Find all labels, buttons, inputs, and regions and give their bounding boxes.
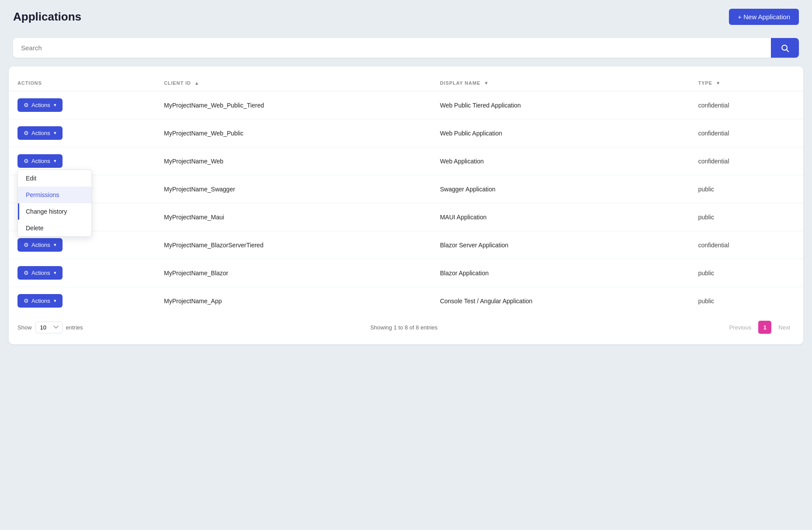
display-name-cell: Web Public Tiered Application [431, 91, 690, 119]
actions-cell: ⚙ Actions ▾ [9, 119, 155, 147]
table-row: ⚙ Actions ▾MyProjectName_Web_Public_Tier… [9, 91, 803, 119]
col-header-display-name[interactable]: DISPLAY NAME ▼ [431, 75, 690, 91]
gear-icon: ⚙ [24, 102, 29, 108]
menu-item-edit[interactable]: Edit [18, 170, 91, 187]
client-id-cell: MyProjectName_Swagger [155, 175, 431, 203]
display-name-cell: Blazor Application [431, 259, 690, 287]
col-header-actions: ACTIONS [9, 75, 155, 91]
gear-icon: ⚙ [24, 298, 29, 304]
dropdown-menu: EditPermissionsChange historyDelete [17, 170, 92, 237]
type-cell: confidential [690, 231, 803, 259]
display-name-cell: Console Test / Angular Application [431, 287, 690, 315]
table-body: ⚙ Actions ▾MyProjectName_Web_Public_Tier… [9, 91, 803, 315]
type-cell: public [690, 175, 803, 203]
actions-cell: ⚙ Actions ▾ [9, 259, 155, 287]
client-id-cell: MyProjectName_Web_Public_Tiered [155, 91, 431, 119]
type-cell: public [690, 287, 803, 315]
table-row: ⚙ Actions ▾EditPermissionsChange history… [9, 147, 803, 175]
table-footer: Show 10 25 50 100 entries Showing 1 to 8… [9, 315, 803, 336]
client-id-cell: MyProjectName_Maui [155, 203, 431, 231]
table-row: ⚙ Actions ▾MyProjectName_SwaggerSwagger … [9, 175, 803, 203]
next-page-button[interactable]: Next [774, 322, 795, 333]
new-application-button[interactable]: + New Application [729, 9, 799, 25]
client-id-cell: MyProjectName_BlazorServerTiered [155, 231, 431, 259]
show-label: Show [17, 324, 32, 331]
display-name-cell: Blazor Server Application [431, 231, 690, 259]
search-bar [13, 38, 799, 58]
client-id-cell: MyProjectName_Web_Public [155, 119, 431, 147]
table-row: ⚙ Actions ▾MyProjectName_BlazorBlazor Ap… [9, 259, 803, 287]
type-cell: confidential [690, 147, 803, 175]
client-id-cell: MyProjectName_Web [155, 147, 431, 175]
menu-item-delete[interactable]: Delete [18, 220, 91, 236]
display-name-cell: Web Public Application [431, 119, 690, 147]
search-button[interactable] [771, 38, 799, 58]
menu-item-change-history[interactable]: Change history [18, 203, 91, 220]
actions-cell: ⚙ Actions ▾ [9, 287, 155, 315]
page-header: Applications + New Application [0, 0, 812, 34]
caret-icon: ▾ [54, 130, 56, 136]
actions-button[interactable]: ⚙ Actions ▾ [17, 266, 63, 280]
actions-button[interactable]: ⚙ Actions ▾ [17, 238, 63, 252]
actions-button[interactable]: ⚙ Actions ▾ [17, 154, 63, 168]
col-header-type[interactable]: TYPE ▼ [690, 75, 803, 91]
entries-label: entries [66, 324, 83, 331]
table-row: ⚙ Actions ▾MyProjectName_AppConsole Test… [9, 287, 803, 315]
gear-icon: ⚙ [24, 130, 29, 136]
search-container [0, 34, 812, 66]
table-row: ⚙ Actions ▾MyProjectName_Web_PublicWeb P… [9, 119, 803, 147]
page-title: Applications [13, 10, 81, 24]
actions-cell: ⚙ Actions ▾ [9, 91, 155, 119]
main-table-container: ACTIONS CLIENT ID ▲ DISPLAY NAME ▼ TYPE … [9, 66, 803, 344]
menu-item-permissions[interactable]: Permissions [18, 187, 91, 203]
caret-icon: ▾ [54, 298, 56, 304]
caret-icon: ▾ [54, 158, 56, 164]
actions-button[interactable]: ⚙ Actions ▾ [17, 294, 63, 308]
entries-per-page-select[interactable]: 10 25 50 100 [35, 322, 63, 333]
type-cell: public [690, 203, 803, 231]
search-input[interactable] [13, 38, 771, 58]
display-name-cell: Web Application [431, 147, 690, 175]
gear-icon: ⚙ [24, 270, 29, 276]
svg-line-1 [787, 49, 789, 52]
actions-cell: ⚙ Actions ▾EditPermissionsChange history… [9, 147, 155, 175]
table-row: ⚙ Actions ▾MyProjectName_MauiMAUI Applic… [9, 203, 803, 231]
actions-button[interactable]: ⚙ Actions ▾ [17, 98, 63, 112]
table-head: ACTIONS CLIENT ID ▲ DISPLAY NAME ▼ TYPE … [9, 75, 803, 91]
display-name-cell: Swagger Application [431, 175, 690, 203]
prev-page-button[interactable]: Previous [725, 322, 756, 333]
page-1-button[interactable]: 1 [758, 321, 771, 334]
search-icon [781, 44, 789, 52]
client-id-cell: MyProjectName_App [155, 287, 431, 315]
table-row: ⚙ Actions ▾MyProjectName_BlazorServerTie… [9, 231, 803, 259]
showing-text: Showing 1 to 8 of 8 entries [370, 324, 438, 331]
client-id-cell: MyProjectName_Blazor [155, 259, 431, 287]
caret-icon: ▾ [54, 270, 56, 276]
type-cell: public [690, 259, 803, 287]
active-indicator [18, 203, 19, 220]
gear-icon: ⚙ [24, 242, 29, 248]
pagination: Previous 1 Next [725, 321, 795, 334]
caret-icon: ▾ [54, 102, 56, 108]
display-name-cell: MAUI Application [431, 203, 690, 231]
col-header-client-id[interactable]: CLIENT ID ▲ [155, 75, 431, 91]
actions-button[interactable]: ⚙ Actions ▾ [17, 126, 63, 140]
gear-icon: ⚙ [24, 158, 29, 164]
type-cell: confidential [690, 91, 803, 119]
type-cell: confidential [690, 119, 803, 147]
caret-icon: ▾ [54, 242, 56, 248]
show-entries: Show 10 25 50 100 entries [17, 322, 83, 333]
applications-table: ACTIONS CLIENT ID ▲ DISPLAY NAME ▼ TYPE … [9, 75, 803, 315]
